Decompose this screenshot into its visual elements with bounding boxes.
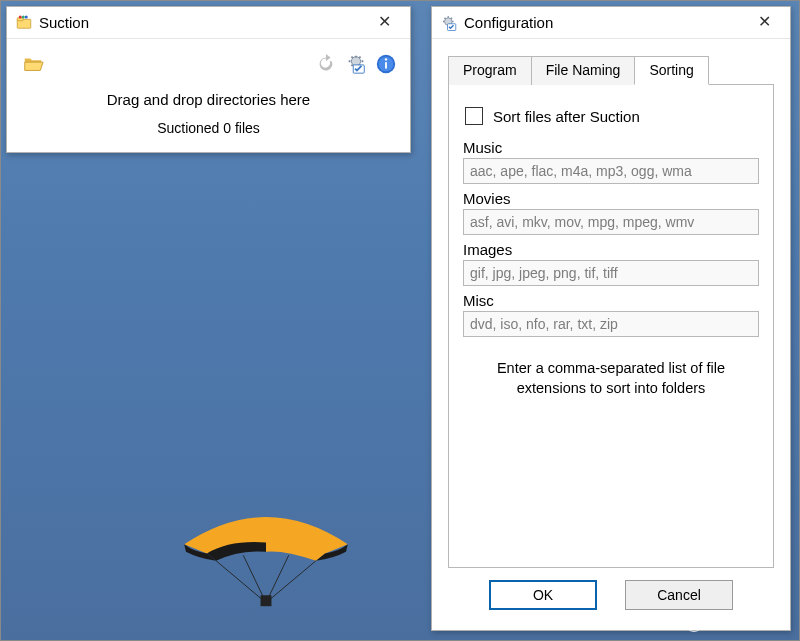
music-field[interactable]	[463, 158, 759, 184]
movies-label: Movies	[463, 190, 759, 207]
movies-field[interactable]	[463, 209, 759, 235]
tabbar: Program File Naming Sorting	[448, 55, 774, 84]
close-icon[interactable]: ✕	[744, 11, 784, 35]
svg-point-4	[22, 15, 25, 18]
cancel-button[interactable]: Cancel	[625, 580, 733, 610]
tab-program[interactable]: Program	[448, 56, 532, 85]
tab-file-naming[interactable]: File Naming	[531, 56, 636, 85]
sort-after-checkbox[interactable]	[465, 107, 483, 125]
svg-point-3	[19, 15, 22, 18]
suction-title: Suction	[39, 14, 364, 31]
settings-button[interactable]	[342, 50, 370, 78]
suction-window: Suction ✕ Drag and drop directories here…	[6, 6, 411, 153]
config-titlebar[interactable]: Configuration ✕	[432, 7, 790, 39]
globe-icon: ✦	[685, 614, 703, 632]
dialog-button-row: OK Cancel	[448, 568, 774, 616]
svg-rect-10	[385, 62, 387, 68]
sort-after-label: Sort files after Suction	[493, 108, 640, 125]
hint-text: Enter a comma-separated list of file ext…	[463, 359, 759, 398]
configuration-window: Configuration ✕ Program File Naming Sort…	[431, 6, 791, 631]
suction-toolbar	[17, 47, 400, 81]
images-label: Images	[463, 241, 759, 258]
svg-point-5	[25, 15, 28, 18]
music-label: Music	[463, 139, 759, 156]
refresh-button[interactable]	[312, 50, 340, 78]
close-icon[interactable]: ✕	[364, 11, 404, 35]
misc-field[interactable]	[463, 311, 759, 337]
gear-check-icon	[440, 14, 458, 32]
tab-sorting[interactable]: Sorting	[634, 56, 708, 85]
drop-area[interactable]: Drag and drop directories here	[17, 81, 400, 114]
svg-point-11	[385, 58, 387, 60]
wallpaper-parachute	[171, 508, 361, 608]
misc-label: Misc	[463, 292, 759, 309]
config-title: Configuration	[464, 14, 744, 31]
suction-app-icon	[15, 14, 33, 32]
info-button[interactable]	[372, 50, 400, 78]
open-folder-button[interactable]	[19, 50, 47, 78]
watermark: ✦ LO4D.com	[685, 614, 787, 632]
ok-button[interactable]: OK	[489, 580, 597, 610]
status-text: Suctioned 0 files	[17, 114, 400, 140]
images-field[interactable]	[463, 260, 759, 286]
suction-titlebar[interactable]: Suction ✕	[7, 7, 410, 39]
svg-rect-0	[261, 595, 272, 606]
tabpanel-sorting: Sort files after Suction Music Movies Im…	[448, 84, 774, 568]
